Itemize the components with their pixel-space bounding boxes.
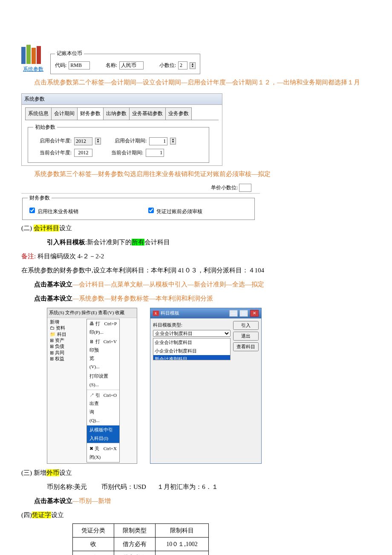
window-title: 系统参数	[22, 94, 222, 105]
table-header-row: 凭证分类 限制类型 限制科目	[73, 523, 209, 537]
note-line: 备注: 科目编码级次 4-２－2-2	[21, 251, 371, 262]
base-currency-legend: 记账本位币	[55, 49, 84, 58]
unit-decimal-label: 单价小数位:	[211, 185, 238, 191]
click-line-2: 点击基本设立—系统参数—财务参数标签—本年利润和利润分派	[21, 293, 371, 304]
section-3-heading: (三) 新增外币设立	[21, 467, 371, 479]
tab-finance-params[interactable]: 财务参数	[77, 107, 104, 120]
code-input[interactable]	[69, 61, 90, 69]
decimal-input[interactable]	[178, 61, 187, 69]
menu-item-export[interactable]: ↗ 引出查询(Q)...Ctrl+O	[87, 391, 119, 425]
section-2-heading: (二) 会计科目设立	[21, 223, 371, 234]
list-item[interactable]: 小企业会计制度科目	[153, 347, 230, 356]
init-params-legend: 初始参数	[33, 123, 57, 132]
menu-item-print[interactable]: 🖶 打印(P)...Ctrl+P	[87, 319, 119, 337]
exit-button[interactable]: 退出	[233, 332, 259, 341]
currency-info-line: 币别名称:美元 币别代码：USD １月初汇率为：6．１	[21, 481, 371, 493]
enable-year-spinner[interactable]: ▴▾	[95, 138, 101, 145]
tree-pane: 新增 🗀 资料 📁 科目 ⊞ 资产 ⊞ 负债 ⊞ 共同 ⊞ 权益	[47, 318, 69, 463]
close-button[interactable]: ✕	[250, 310, 259, 317]
menu-item-print-setup[interactable]: 打印设置(S)...	[87, 372, 119, 390]
instruction-para-1: 点击系统参数第二个标签—会计期间—设立会计期间—启用会计年度—会计期间１２，—出…	[21, 77, 371, 88]
tab-biz-params[interactable]: 业务参数	[165, 107, 192, 120]
view-account-button[interactable]: 查看科目	[233, 342, 259, 351]
section-4-heading: (四)凭证字设立	[21, 509, 371, 521]
current-period-input[interactable]	[146, 149, 164, 157]
instruction-para-2: 系统参数第三个标签—财务参数勾选启用往来业务核销和凭证对账前必须审核—拟定	[21, 168, 371, 180]
sys-param-window: 系统参数 系统信息 会计期间 财务参数 出纳参数 业务基础参数 业务参数 初始参…	[21, 93, 222, 166]
tab-system-info[interactable]: 系统信息	[25, 107, 52, 120]
tab-biz-base-params[interactable]: 业务基础参数	[129, 107, 166, 120]
enable-period-spinner[interactable]: ▴▾	[170, 138, 176, 145]
finance-params-legend: 财务参数	[28, 194, 52, 203]
template-listbox[interactable]: 企业会计制度科目 小企业会计制度科目 新会计准则科目	[153, 338, 231, 360]
enable-period-input[interactable]	[149, 137, 167, 145]
table-row: 收借方必有10０１,1002	[73, 538, 209, 551]
template-type-select[interactable]: 企业会计制度科目	[153, 330, 231, 337]
enable-period-label: 启用会计期间:	[115, 136, 147, 146]
col-restrict-type: 限制类型	[114, 523, 156, 537]
menu-item-preview[interactable]: 🗎 打印预览(V)...Ctrl+V	[87, 337, 119, 372]
click-line-currency: 点击基本设立—币别—新增	[21, 495, 371, 507]
table-row: 付贷方必有1001,1002	[73, 551, 209, 555]
menu-screenshot: 系统(S) 文件(F) 操作(E) 查看(V) 收藏 新增 🗀 资料 📁 科目 …	[47, 308, 137, 464]
template-type-label: 科目模板类型:	[153, 321, 231, 330]
enable-ar-ap-checkbox[interactable]: 启用往来业务核销	[28, 206, 78, 217]
enable-year-label: 启用会计年度:	[33, 136, 72, 146]
minimize-button[interactable]: —	[229, 310, 238, 317]
current-year-label: 当前会计年度:	[33, 148, 72, 158]
name-label: 名称:	[106, 61, 117, 70]
unit-decimal-input[interactable]	[239, 184, 251, 192]
maximize-button[interactable]: □	[239, 310, 248, 317]
click-line-1: 点击基本设立—会计科目—点菜单文献—从模板中引入—新会计准则—全选—拟定	[21, 279, 371, 290]
list-item[interactable]: 新会计准则科目	[153, 355, 230, 360]
col-voucher-class: 凭证分类	[73, 523, 114, 537]
name-input[interactable]	[119, 61, 144, 69]
voucher-table: 凭证分类 限制类型 限制科目 收借方必有10０１,1002 付贷方必有1001,…	[72, 523, 209, 555]
col-restrict-account: 限制科目	[156, 523, 209, 537]
sys-param-link-label: 系统参数	[21, 65, 45, 74]
profit-account-line: 在系统参数的财务参数中,设立本年利润科目：本年利润 41０３，利润分派科目：４1…	[21, 265, 371, 276]
finance-params-block: 单价小数位: 财务参数 启用往来业务核销 凭证过账前必须审核	[21, 183, 260, 220]
menu-bar: 系统(S) 文件(F) 操作(E) 查看(V) 收藏	[47, 308, 137, 318]
import-button[interactable]: 引入	[233, 321, 259, 330]
sys-param-icon-block: 系统参数 记账本位币 代码: 名称: 小数位: ▴▾	[21, 43, 371, 74]
books-icon	[21, 43, 45, 65]
base-currency-fieldset: 记账本位币 代码: 名称: 小数位: ▴▾	[50, 49, 200, 74]
import-template-line: 引入科目模板:新会计准则下的所有会计科目	[21, 237, 371, 248]
finance-params-fieldset: 财务参数 启用往来业务核销 凭证过账前必须审核	[22, 194, 255, 220]
list-item[interactable]: 企业会计制度科目	[153, 338, 230, 347]
tab-accounting-period[interactable]: 会计期间	[51, 107, 78, 120]
init-params-fieldset: 初始参数 启用会计年度: ▴▾ 启用会计期间: ▴▾ 当前会计年度: 当前会计期…	[28, 123, 209, 163]
code-label: 代码:	[55, 61, 66, 70]
current-period-label: 当前会计期间:	[111, 148, 143, 158]
dialog-title: 科目模板	[161, 310, 179, 315]
current-year-input[interactable]	[74, 149, 92, 157]
menu-item-import-template[interactable]: 从模板中引入科目(I)	[87, 425, 119, 443]
menu-item-close[interactable]: ✖ 关闭(X)Ctrl+X	[87, 444, 119, 462]
sys-param-launcher[interactable]: 系统参数	[21, 43, 45, 74]
decimal-label: 小数位:	[159, 61, 176, 70]
voucher-audit-checkbox[interactable]: 凭证过账前必须审核	[147, 206, 202, 217]
tab-bar: 系统信息 会计期间 财务参数 出纳参数 业务基础参数 业务参数	[22, 105, 222, 120]
file-menu-dropdown: 🖶 打印(P)...Ctrl+P 🗎 打印预览(V)...Ctrl+V 打印设置…	[86, 319, 120, 462]
enable-year-input[interactable]	[74, 137, 92, 145]
account-template-dialog: K科目模板 — □ ✕ 科目模板类型: 企业会计制度科目 企业会计制度科目 小企…	[150, 308, 262, 464]
screenshot-row: 系统(S) 文件(F) 操作(E) 查看(V) 收藏 新增 🗀 资料 📁 科目 …	[47, 308, 371, 464]
decimal-spinner[interactable]: ▴▾	[190, 62, 196, 69]
tab-cashier-params[interactable]: 出纳参数	[103, 107, 130, 120]
